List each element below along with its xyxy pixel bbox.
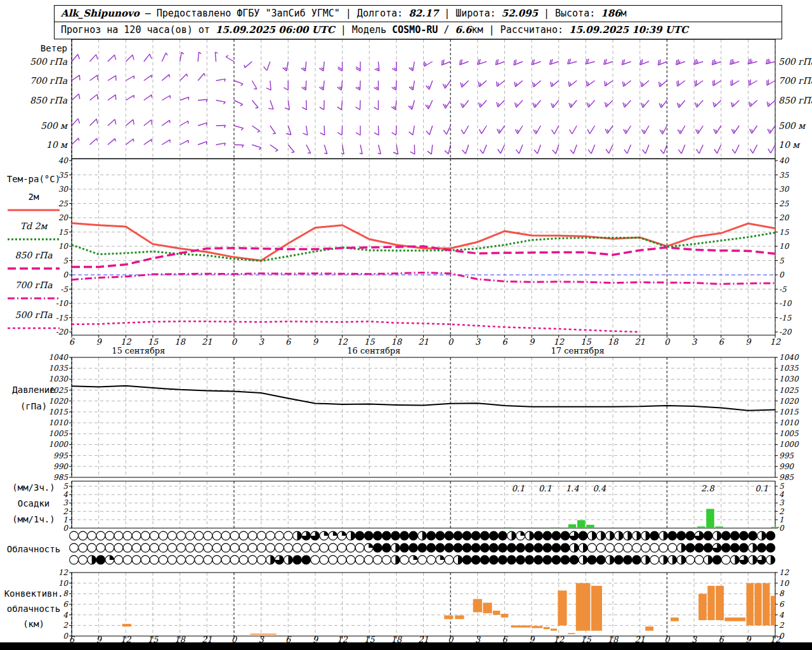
svg-text:1020: 1020 <box>779 397 799 406</box>
svg-text:30: 30 <box>58 185 69 194</box>
meteogram-plot: -20-20-15-15-10-10-5-5005510101515202025… <box>0 0 812 650</box>
svg-text:18: 18 <box>391 337 403 347</box>
svg-text:35: 35 <box>58 171 69 180</box>
svg-text:3: 3 <box>258 337 265 347</box>
svg-text:1020: 1020 <box>48 397 69 406</box>
svg-text:5: 5 <box>779 256 785 265</box>
svg-text:-20: -20 <box>56 328 69 336</box>
svg-text:1005: 1005 <box>48 429 69 438</box>
svg-text:30: 30 <box>779 185 790 194</box>
svg-text:1040: 1040 <box>48 353 69 362</box>
svg-text:2.8: 2.8 <box>701 484 715 493</box>
svg-text:15: 15 <box>58 228 69 237</box>
svg-text:-10: -10 <box>779 299 792 308</box>
svg-text:-5: -5 <box>779 285 787 294</box>
svg-text:3: 3 <box>63 498 69 507</box>
svg-text:1015: 1015 <box>779 408 799 416</box>
svg-text:35: 35 <box>779 171 790 180</box>
svg-text:1010: 1010 <box>48 418 69 427</box>
svg-text:0: 0 <box>779 524 785 533</box>
svg-text:20: 20 <box>779 213 790 222</box>
svg-text:9: 9 <box>313 337 319 347</box>
svg-text:12: 12 <box>770 337 781 347</box>
svg-text:1030: 1030 <box>779 375 799 383</box>
svg-text:1025: 1025 <box>779 386 799 395</box>
svg-text:8: 8 <box>779 589 785 598</box>
svg-text:40: 40 <box>779 156 790 165</box>
svg-text:0: 0 <box>664 337 671 347</box>
svg-text:4: 4 <box>779 490 784 499</box>
svg-text:6: 6 <box>69 337 75 347</box>
svg-text:15: 15 <box>148 337 159 347</box>
svg-text:6: 6 <box>285 337 292 347</box>
svg-text:985: 985 <box>53 473 69 482</box>
svg-text:1015: 1015 <box>48 408 69 416</box>
svg-text:16 сентября: 16 сентября <box>347 346 400 355</box>
svg-text:0: 0 <box>63 270 69 279</box>
svg-text:-10: -10 <box>56 299 69 308</box>
svg-text:-15: -15 <box>779 314 792 322</box>
svg-text:990: 990 <box>779 462 794 471</box>
svg-text:3: 3 <box>475 337 481 347</box>
svg-text:9: 9 <box>96 337 103 347</box>
svg-text:21: 21 <box>634 337 645 347</box>
svg-text:3: 3 <box>691 337 698 347</box>
svg-text:1035: 1035 <box>779 364 799 373</box>
svg-text:18: 18 <box>174 337 186 347</box>
svg-text:18: 18 <box>608 337 619 347</box>
svg-text:12: 12 <box>121 337 131 347</box>
svg-text:15: 15 <box>580 337 591 347</box>
svg-text:1040: 1040 <box>779 353 799 362</box>
svg-text:2: 2 <box>779 621 785 630</box>
svg-text:1010: 1010 <box>779 418 799 427</box>
svg-text:1: 1 <box>63 515 68 524</box>
svg-text:10: 10 <box>779 579 790 588</box>
svg-text:6: 6 <box>719 337 725 347</box>
svg-text:6: 6 <box>779 600 785 609</box>
svg-text:9: 9 <box>745 337 752 347</box>
svg-text:1030: 1030 <box>48 375 69 383</box>
svg-text:4: 4 <box>779 611 784 620</box>
svg-text:15 сентября: 15 сентября <box>112 346 165 355</box>
svg-text:-5: -5 <box>60 285 69 294</box>
svg-text:12: 12 <box>58 568 69 577</box>
svg-text:1005: 1005 <box>779 429 799 438</box>
svg-text:25: 25 <box>779 199 790 208</box>
svg-text:2: 2 <box>63 507 69 516</box>
svg-text:15: 15 <box>364 337 375 347</box>
svg-text:985: 985 <box>779 473 794 482</box>
svg-text:0.4: 0.4 <box>593 484 606 493</box>
svg-text:0: 0 <box>448 337 454 347</box>
svg-text:6: 6 <box>502 337 508 347</box>
svg-text:20: 20 <box>58 213 69 222</box>
svg-text:0.1: 0.1 <box>511 484 525 493</box>
svg-text:4: 4 <box>63 490 68 499</box>
svg-text:2: 2 <box>63 621 69 630</box>
svg-text:-20: -20 <box>779 328 792 336</box>
svg-text:15: 15 <box>779 228 790 237</box>
svg-text:995: 995 <box>779 451 794 460</box>
svg-text:40: 40 <box>58 156 69 165</box>
footer-black-bar <box>0 642 812 650</box>
svg-text:1025: 1025 <box>48 386 69 395</box>
svg-text:21: 21 <box>202 337 213 347</box>
svg-text:10: 10 <box>779 242 790 251</box>
svg-text:-15: -15 <box>56 314 69 322</box>
svg-text:12: 12 <box>779 568 790 577</box>
svg-text:9: 9 <box>529 337 535 347</box>
svg-text:995: 995 <box>53 451 69 460</box>
svg-text:1000: 1000 <box>48 440 69 449</box>
svg-text:17 сентября: 17 сентября <box>551 346 605 355</box>
svg-text:8: 8 <box>63 589 69 598</box>
svg-text:0: 0 <box>232 337 238 347</box>
svg-text:0: 0 <box>779 270 785 279</box>
svg-text:5: 5 <box>63 256 69 265</box>
svg-text:5: 5 <box>779 482 785 491</box>
svg-text:21: 21 <box>418 337 429 347</box>
svg-text:12: 12 <box>553 337 564 347</box>
svg-text:1035: 1035 <box>48 364 69 373</box>
svg-text:0: 0 <box>63 632 69 640</box>
svg-text:10: 10 <box>58 242 69 251</box>
svg-text:0.1: 0.1 <box>539 484 552 493</box>
svg-text:0.1: 0.1 <box>755 484 768 493</box>
